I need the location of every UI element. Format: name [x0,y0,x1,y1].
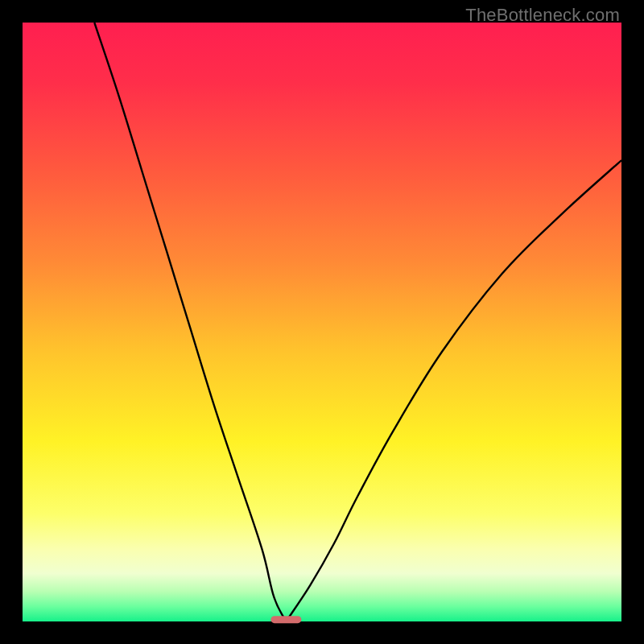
right-curve [286,160,621,621]
curves-layer [23,23,621,621]
plot-area [23,23,621,621]
minimum-marker [271,616,301,624]
left-curve [94,23,286,621]
watermark-text: TheBottleneck.com [465,5,620,26]
